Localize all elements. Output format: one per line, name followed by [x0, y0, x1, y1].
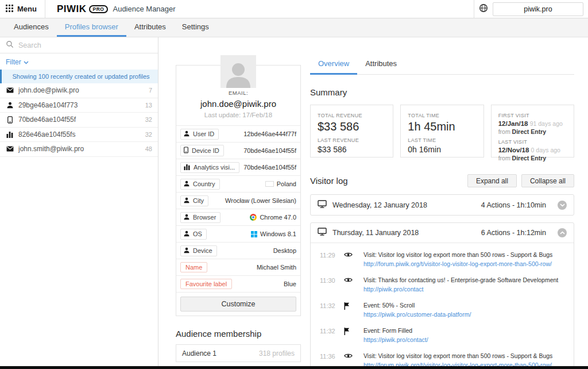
- attribute-chip[interactable]: Device: [180, 245, 217, 256]
- log-entry: 11:32 Event: Form Filled https://piwik.p…: [311, 322, 574, 348]
- chevron-down-circle-icon[interactable]: [558, 201, 567, 210]
- entry-text: Event: 50% - Scroll https://piwik.pro/cu…: [363, 302, 567, 318]
- tab-profiles-browser[interactable]: Profiles browser: [57, 18, 126, 37]
- tab-audiences[interactable]: Audiences: [6, 18, 57, 37]
- entry-url[interactable]: http://forum.piwik.org/t/visitor-log-vis…: [363, 260, 567, 267]
- profile-name: 826e46ae104f55fs: [18, 130, 141, 139]
- first-visit-label: FIRST VISIT: [498, 113, 567, 118]
- day-header[interactable]: Thursday, 11 January 2018 6 Actions - 1h…: [311, 223, 574, 243]
- attribute-row: Device Desktop: [176, 242, 300, 259]
- eye-icon: [344, 276, 363, 283]
- attribute-chip[interactable]: User ID: [180, 129, 219, 140]
- visitor-log-header: Visitor log Expand all Collapse all: [310, 174, 574, 187]
- profile-count: 48: [145, 145, 152, 152]
- entry-title: Visit: Visitor log visitor log export mo…: [363, 251, 567, 258]
- profile-card: EMAIL: john.doe@piwik.pro Last update: 1…: [176, 65, 301, 316]
- first-visit-line: 12/Jan/18 91 days ago: [498, 120, 567, 127]
- profile-count: 13: [145, 102, 152, 109]
- from-word: from: [498, 128, 510, 135]
- visitor-log-title: Visitor log: [310, 176, 463, 186]
- attribute-chip[interactable]: City: [180, 195, 208, 206]
- account-selector[interactable]: piwik.pro: [493, 2, 583, 16]
- profile-list-item[interactable]: 826e46ae104f55fs 32: [0, 128, 158, 143]
- first-visit-date: 12/Jan/18: [498, 120, 528, 127]
- last-visit-line: 12/Nov/18 0 days ago: [498, 147, 567, 153]
- entry-text: Visit: Visitor log visitor log export mo…: [363, 251, 567, 267]
- summary-cards: TOTAL REVENUE $33 586 LAST REVENUE $33 5…: [310, 105, 574, 157]
- tab-settings[interactable]: Settings: [174, 18, 217, 37]
- audience-manager-page: Menu PIWIK PRO Audience Manager piwik.pr…: [0, 0, 588, 369]
- attribute-chip[interactable]: Analytics visi...: [180, 162, 239, 173]
- day-header[interactable]: Wednesday, 12 January 2018 4 Actions - 1…: [311, 195, 574, 215]
- log-entry: 11:32 Event: 50% - Scroll https://piwik.…: [311, 297, 574, 322]
- tab-overview[interactable]: Overview: [310, 55, 357, 75]
- attribute-value: Wrocław (Lower Silesian): [208, 197, 296, 204]
- entry-url[interactable]: http://piwik.pro/contact: [363, 286, 567, 293]
- bar-chart-icon: [184, 164, 190, 171]
- attribute-value: Blue: [232, 280, 296, 287]
- attribute-value: Chrome 47.0: [220, 214, 296, 221]
- envelope-icon: [6, 87, 14, 93]
- total-time-label: TOTAL TIME: [408, 113, 476, 118]
- entry-title: Visit: Thanks for contacting us! - Enter…: [363, 276, 567, 283]
- search-input[interactable]: [18, 41, 152, 49]
- profile-name: 70bde46ae104f55f: [18, 116, 141, 124]
- mobile-icon: [6, 116, 14, 124]
- day-summary: 6 Actions - 1h:12min: [481, 229, 546, 237]
- entry-title: Event: 50% - Scroll: [363, 302, 567, 309]
- email-label: EMAIL:: [181, 90, 296, 96]
- flag-icon: [344, 327, 363, 335]
- attribute-chip[interactable]: OS: [180, 229, 207, 240]
- search-icon: [6, 40, 14, 51]
- profile-list-item[interactable]: 70bde46ae104f55f 32: [0, 113, 158, 128]
- user-icon: [184, 230, 189, 238]
- entry-time: 11:32: [320, 327, 344, 335]
- last-update: Last update: 17/Feb/18: [181, 112, 296, 118]
- mobile-icon: [184, 147, 188, 155]
- attribute-row: City Wrocław (Lower Silesian): [176, 192, 300, 209]
- visitor-log-day: Thursday, 11 January 2018 6 Actions - 1h…: [310, 222, 574, 369]
- custom-attribute-chip[interactable]: Name: [180, 262, 207, 272]
- windows-icon: [251, 231, 257, 237]
- attribute-value: 70bde46ae104f55f: [239, 164, 296, 171]
- attribute-chip[interactable]: Country: [180, 179, 220, 190]
- attribute-value: Poland: [220, 180, 296, 187]
- audience-profile-count: 318 profiles: [259, 349, 295, 358]
- menu-button[interactable]: Menu: [0, 0, 45, 18]
- profile-name: john.doe@piwik.pro: [18, 86, 144, 94]
- chevron-up-circle-icon[interactable]: [558, 228, 567, 237]
- entry-url[interactable]: https://piwik.pro/contact/: [363, 336, 567, 343]
- filter-toggle[interactable]: Filter: [0, 53, 158, 70]
- entry-url[interactable]: https://piwik.pro/customer-data-platform…: [363, 311, 567, 318]
- attribute-chip[interactable]: Device ID: [180, 145, 224, 156]
- day-entries: 11:29 Visit: Visitor log visitor log exp…: [311, 243, 574, 369]
- profiles-sidebar: Filter Showing 100 recently created or u…: [0, 37, 158, 369]
- profile-list-item[interactable]: john.smith@piwik.pro 48: [0, 142, 158, 157]
- tab-profile-attributes[interactable]: Attributes: [357, 55, 405, 75]
- globe-icon[interactable]: [479, 3, 488, 15]
- tab-attributes[interactable]: Attributes: [126, 18, 174, 37]
- attribute-value: 70bde46ae104f55f: [224, 147, 296, 154]
- attribute-label: City: [193, 197, 204, 204]
- collapse-all-button[interactable]: Collapse all: [521, 174, 574, 187]
- log-entry: 11:30 Visit: Thanks for contacting us! -…: [311, 272, 574, 297]
- last-time-value: 0h 16min: [408, 145, 476, 154]
- first-visit-ago: 91 days ago: [530, 120, 563, 127]
- profile-list-item[interactable]: john.doe@piwik.pro 7: [0, 83, 158, 98]
- app-title: Audience Manager: [113, 5, 175, 13]
- top-bar: Menu PIWIK PRO Audience Manager piwik.pr…: [0, 0, 588, 18]
- total-revenue-label: TOTAL REVENUE: [318, 113, 386, 118]
- monitor-icon: [318, 200, 327, 210]
- first-visit-source-line: from Direct Entry: [498, 128, 567, 135]
- brand-pro-badge: PRO: [89, 5, 109, 13]
- custom-attribute-chip[interactable]: Favourite label: [180, 279, 232, 289]
- overview-panel: Overview Attributes Summary TOTAL REVENU…: [310, 37, 588, 369]
- expand-all-button[interactable]: Expand all: [467, 174, 517, 187]
- customize-button[interactable]: Customize: [180, 297, 296, 312]
- attribute-label: Country: [193, 180, 215, 187]
- overview-tabs: Overview Attributes: [310, 55, 574, 75]
- audience-membership-row[interactable]: Audience 1 318 profiles: [176, 344, 301, 362]
- attribute-chip[interactable]: Browser: [180, 212, 220, 223]
- user-icon: [184, 180, 189, 188]
- profile-list-item[interactable]: 29bge46ae104f773 13: [0, 98, 158, 113]
